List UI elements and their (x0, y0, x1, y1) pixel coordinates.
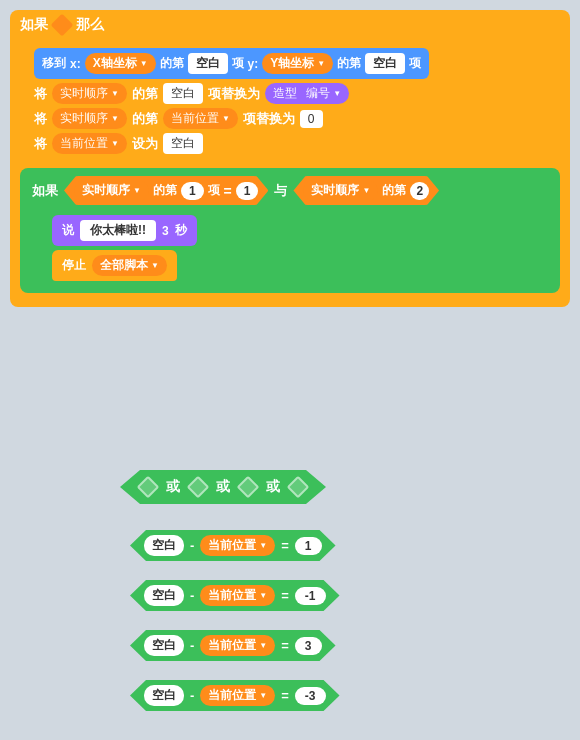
cond2-blank[interactable]: 空白 (144, 585, 184, 606)
secs-val: 3 (162, 224, 169, 238)
minus-4: - (190, 688, 194, 703)
cond1-val[interactable]: 1 (295, 537, 322, 555)
set-pos-line: 将 实时顺序 的第 当前位置 项替换为 0 (34, 108, 560, 129)
condition-2: 实时顺序 的第 2 (293, 176, 439, 205)
cond-3-container: 空白 - 当前位置 = 3 (130, 630, 336, 661)
cond-2-container: 空白 - 当前位置 = -1 (130, 580, 340, 611)
cond-block-3[interactable]: 空白 - 当前位置 = 3 (130, 630, 336, 661)
eq1: = (224, 183, 232, 199)
blank-input-2[interactable]: 空白 (163, 133, 203, 154)
current-pos-dropdown-1[interactable]: 当前位置 (163, 108, 238, 129)
and-label: 与 (274, 182, 287, 200)
if-label: 如果 (20, 16, 48, 34)
cond-block-2[interactable]: 空白 - 当前位置 = -1 (130, 580, 340, 611)
if-body: 移到 x: X轴坐标 的第 空白 项 y: Y轴坐标 的第 空白 项 (10, 40, 570, 164)
say-line: 说 你太棒啦!! 3 秒 (52, 215, 548, 246)
set-blank-line: 将 当前位置 设为 空白 (34, 133, 560, 154)
move-to-line: 移到 x: X轴坐标 的第 空白 项 y: Y轴坐标 的第 空白 项 (34, 48, 560, 79)
y-label: y: (248, 57, 259, 71)
set-as-label: 设为 (132, 135, 158, 153)
c1-val[interactable]: 1 (236, 182, 259, 200)
or-label-3: 或 (266, 478, 280, 496)
or-diamond-1 (137, 476, 160, 499)
y-blank-input[interactable]: 空白 (365, 53, 405, 74)
say-text-input[interactable]: 你太棒啦!! (80, 220, 156, 241)
shishi-dropdown-1[interactable]: 实时顺序 (52, 83, 127, 104)
c1-num[interactable]: 1 (181, 182, 204, 200)
x-coord-dropdown[interactable]: X轴坐标 (85, 53, 156, 74)
x-blank-input[interactable]: 空白 (188, 53, 228, 74)
item-label-1: 项 (232, 55, 244, 72)
all-scripts-dropdown[interactable]: 全部脚本 (92, 255, 167, 276)
or-block[interactable]: 或 或 或 (120, 470, 326, 504)
diamond-condition (51, 14, 74, 37)
inner-if-block: 如果 实时顺序 的第 1 项 = 1 与 (20, 168, 560, 293)
say-block[interactable]: 说 你太棒啦!! 3 秒 (52, 215, 197, 246)
cond-block-1[interactable]: 空白 - 当前位置 = 1 (130, 530, 336, 561)
cond-block-4[interactable]: 空白 - 当前位置 = -3 (130, 680, 340, 711)
eq-4: = (281, 688, 289, 703)
shape-number-dropdown[interactable]: 造型 编号 (265, 83, 349, 104)
shishi-c1[interactable]: 实时顺序 (74, 180, 149, 201)
sec-label: 秒 (175, 222, 187, 239)
zero-input[interactable]: 0 (300, 110, 323, 128)
x-label: x: (70, 57, 81, 71)
condition-1: 实时顺序 的第 1 项 = 1 (64, 176, 268, 205)
replace-label: 项替换为 (208, 85, 260, 103)
cond4-cur-pos[interactable]: 当前位置 (200, 685, 275, 706)
eq-3: = (281, 638, 289, 653)
shishi-dropdown-2[interactable]: 实时顺序 (52, 108, 127, 129)
de-3: 的第 (132, 85, 158, 103)
inner-if-content: 如果 实时顺序 的第 1 项 = 1 与 (32, 176, 548, 205)
cond3-cur-pos[interactable]: 当前位置 (200, 635, 275, 656)
stop-block[interactable]: 停止 全部脚本 (52, 250, 177, 281)
or-diamond-3 (237, 476, 260, 499)
set-label-3: 将 (34, 135, 47, 153)
inner-green-body: 说 你太棒啦!! 3 秒 停止 全部脚本 (32, 205, 548, 281)
move-label: 移到 (42, 55, 66, 72)
or-diamond-4 (287, 476, 310, 499)
item-label-2: 项 (409, 55, 421, 72)
move-block[interactable]: 移到 x: X轴坐标 的第 空白 项 y: Y轴坐标 的第 空白 项 (34, 48, 429, 79)
minus-3: - (190, 638, 194, 653)
outer-bottom (10, 299, 570, 307)
de-label-2: 的第 (337, 55, 361, 72)
cond2-cur-pos[interactable]: 当前位置 (200, 585, 275, 606)
c2-num[interactable]: 2 (410, 182, 429, 200)
stop-label: 停止 (62, 257, 86, 274)
cond1-blank[interactable]: 空白 (144, 535, 184, 556)
say-label: 说 (62, 222, 74, 239)
minus-2: - (190, 588, 194, 603)
if-label-2: 如果 (32, 182, 58, 200)
eq-1: = (281, 538, 289, 553)
replace-label-2: 项替换为 (243, 110, 295, 128)
then-label: 那么 (76, 16, 104, 34)
if-then-header: 如果 那么 (10, 10, 570, 40)
inner-if-wrapper: 如果 实时顺序 的第 1 项 = 1 与 (10, 164, 570, 299)
cond2-val[interactable]: -1 (295, 587, 326, 605)
cond3-blank[interactable]: 空白 (144, 635, 184, 656)
or-block-container: 或 或 或 (120, 470, 326, 504)
eq-2: = (281, 588, 289, 603)
cond3-val[interactable]: 3 (295, 637, 322, 655)
cond4-blank[interactable]: 空白 (144, 685, 184, 706)
blank-input-1[interactable]: 空白 (163, 83, 203, 104)
set-shape-line: 将 实时顺序 的第 空白 项替换为 造型 编号 (34, 83, 560, 104)
de-label-1: 的第 (160, 55, 184, 72)
stop-line: 停止 全部脚本 (52, 250, 548, 281)
shishi-c2[interactable]: 实时顺序 (303, 180, 378, 201)
set-label-2: 将 (34, 110, 47, 128)
cond-1-container: 空白 - 当前位置 = 1 (130, 530, 336, 561)
cond-4-container: 空白 - 当前位置 = -3 (130, 680, 340, 711)
set-label-1: 将 (34, 85, 47, 103)
cond4-val[interactable]: -3 (295, 687, 326, 705)
de-4: 的第 (132, 110, 158, 128)
or-label-1: 或 (166, 478, 180, 496)
or-diamond-2 (187, 476, 210, 499)
cond1-cur-pos[interactable]: 当前位置 (200, 535, 275, 556)
current-pos-dropdown-2[interactable]: 当前位置 (52, 133, 127, 154)
or-label-2: 或 (216, 478, 230, 496)
y-coord-dropdown[interactable]: Y轴坐标 (262, 53, 333, 74)
minus-1: - (190, 538, 194, 553)
